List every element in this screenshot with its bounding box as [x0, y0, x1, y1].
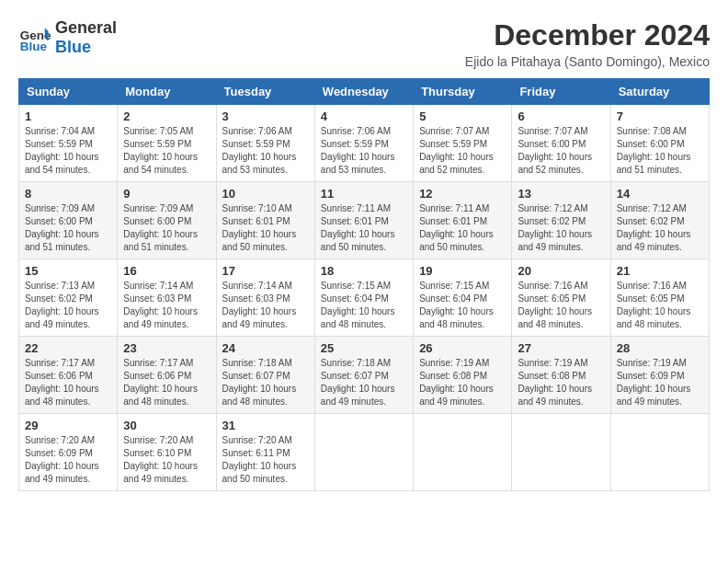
day-info: Sunrise: 7:17 AM Sunset: 6:06 PM Dayligh…	[25, 357, 111, 408]
day-info: Sunrise: 7:16 AM Sunset: 6:05 PM Dayligh…	[518, 280, 604, 331]
month-title: December 2024	[465, 18, 710, 52]
logo-icon: General Blue	[18, 21, 51, 54]
day-number: 7	[617, 109, 703, 123]
calendar-cell: 6Sunrise: 7:07 AM Sunset: 6:00 PM Daylig…	[512, 105, 610, 182]
calendar-cell: 5Sunrise: 7:07 AM Sunset: 5:59 PM Daylig…	[414, 105, 512, 182]
day-number: 28	[617, 341, 703, 355]
day-number: 15	[25, 264, 111, 278]
calendar-cell: 30Sunrise: 7:20 AM Sunset: 6:10 PM Dayli…	[118, 414, 216, 491]
day-number: 19	[419, 264, 506, 278]
calendar-cell: 2Sunrise: 7:05 AM Sunset: 5:59 PM Daylig…	[118, 105, 216, 182]
day-header-tuesday: Tuesday	[216, 79, 314, 105]
calendar-cell: 29Sunrise: 7:20 AM Sunset: 6:09 PM Dayli…	[19, 414, 118, 491]
day-number: 2	[123, 109, 210, 123]
page-header: General Blue General Blue December 2024 …	[18, 18, 710, 69]
calendar-cell: 31Sunrise: 7:20 AM Sunset: 6:11 PM Dayli…	[216, 414, 314, 491]
day-number: 6	[518, 109, 604, 123]
day-number: 4	[321, 109, 407, 123]
day-info: Sunrise: 7:15 AM Sunset: 6:04 PM Dayligh…	[321, 280, 407, 331]
logo-line1: General	[55, 18, 117, 38]
day-info: Sunrise: 7:18 AM Sunset: 6:07 PM Dayligh…	[222, 357, 309, 408]
day-header-sunday: Sunday	[19, 79, 118, 105]
day-number: 12	[419, 187, 506, 201]
calendar-cell: 8Sunrise: 7:09 AM Sunset: 6:00 PM Daylig…	[19, 182, 118, 259]
day-info: Sunrise: 7:07 AM Sunset: 5:59 PM Dayligh…	[419, 125, 506, 177]
day-number: 20	[518, 264, 604, 278]
day-number: 10	[222, 187, 309, 201]
day-info: Sunrise: 7:19 AM Sunset: 6:08 PM Dayligh…	[518, 357, 604, 408]
calendar-cell: 7Sunrise: 7:08 AM Sunset: 6:00 PM Daylig…	[610, 105, 709, 182]
day-info: Sunrise: 7:11 AM Sunset: 6:01 PM Dayligh…	[321, 202, 407, 254]
day-number: 27	[518, 341, 604, 355]
logo-line2: Blue	[55, 38, 117, 57]
day-number: 25	[321, 341, 407, 355]
calendar-cell	[314, 414, 413, 491]
day-header-saturday: Saturday	[610, 79, 709, 105]
calendar-cell: 9Sunrise: 7:09 AM Sunset: 6:00 PM Daylig…	[118, 182, 216, 259]
calendar-cell: 4Sunrise: 7:06 AM Sunset: 5:59 PM Daylig…	[314, 105, 413, 182]
calendar-cell: 17Sunrise: 7:14 AM Sunset: 6:03 PM Dayli…	[216, 259, 314, 337]
day-info: Sunrise: 7:04 AM Sunset: 5:59 PM Dayligh…	[25, 125, 111, 177]
calendar-cell: 14Sunrise: 7:12 AM Sunset: 6:02 PM Dayli…	[610, 182, 709, 259]
day-number: 21	[617, 264, 703, 278]
day-number: 13	[518, 187, 604, 201]
day-number: 8	[25, 187, 111, 201]
calendar-cell: 16Sunrise: 7:14 AM Sunset: 6:03 PM Dayli…	[118, 259, 216, 337]
day-info: Sunrise: 7:06 AM Sunset: 5:59 PM Dayligh…	[321, 125, 407, 177]
calendar-cell: 28Sunrise: 7:19 AM Sunset: 6:09 PM Dayli…	[610, 337, 709, 414]
calendar-cell: 22Sunrise: 7:17 AM Sunset: 6:06 PM Dayli…	[19, 337, 118, 414]
day-info: Sunrise: 7:14 AM Sunset: 6:03 PM Dayligh…	[222, 280, 309, 331]
calendar-cell: 25Sunrise: 7:18 AM Sunset: 6:07 PM Dayli…	[314, 337, 413, 414]
calendar-cell: 18Sunrise: 7:15 AM Sunset: 6:04 PM Dayli…	[314, 259, 413, 337]
day-info: Sunrise: 7:13 AM Sunset: 6:02 PM Dayligh…	[25, 280, 111, 331]
day-number: 17	[222, 264, 309, 278]
title-block: December 2024 Ejido la Pitahaya (Santo D…	[465, 18, 710, 69]
day-info: Sunrise: 7:09 AM Sunset: 6:00 PM Dayligh…	[25, 202, 111, 254]
calendar-cell: 26Sunrise: 7:19 AM Sunset: 6:08 PM Dayli…	[414, 337, 512, 414]
calendar-cell: 1Sunrise: 7:04 AM Sunset: 5:59 PM Daylig…	[19, 105, 118, 182]
svg-text:Blue: Blue	[20, 40, 48, 53]
location: Ejido la Pitahaya (Santo Domingo), Mexic…	[465, 54, 710, 69]
day-number: 5	[419, 109, 506, 123]
day-info: Sunrise: 7:11 AM Sunset: 6:01 PM Dayligh…	[419, 202, 506, 254]
day-info: Sunrise: 7:20 AM Sunset: 6:11 PM Dayligh…	[222, 434, 309, 486]
calendar-cell: 11Sunrise: 7:11 AM Sunset: 6:01 PM Dayli…	[314, 182, 413, 259]
day-number: 29	[25, 419, 111, 432]
day-info: Sunrise: 7:08 AM Sunset: 6:00 PM Dayligh…	[617, 125, 703, 177]
day-number: 16	[123, 264, 210, 278]
calendar-cell: 15Sunrise: 7:13 AM Sunset: 6:02 PM Dayli…	[19, 259, 118, 337]
calendar-cell: 3Sunrise: 7:06 AM Sunset: 5:59 PM Daylig…	[216, 105, 314, 182]
calendar-cell	[512, 414, 610, 491]
calendar-cell: 21Sunrise: 7:16 AM Sunset: 6:05 PM Dayli…	[610, 259, 709, 337]
day-number: 9	[123, 187, 210, 201]
day-info: Sunrise: 7:07 AM Sunset: 6:00 PM Dayligh…	[518, 125, 604, 177]
calendar-table: SundayMondayTuesdayWednesdayThursdayFrid…	[18, 78, 710, 491]
day-info: Sunrise: 7:15 AM Sunset: 6:04 PM Dayligh…	[419, 280, 506, 331]
day-number: 24	[222, 341, 309, 355]
day-number: 3	[222, 109, 309, 123]
day-number: 23	[123, 341, 210, 355]
day-info: Sunrise: 7:12 AM Sunset: 6:02 PM Dayligh…	[617, 202, 703, 254]
day-info: Sunrise: 7:17 AM Sunset: 6:06 PM Dayligh…	[123, 357, 210, 408]
day-info: Sunrise: 7:14 AM Sunset: 6:03 PM Dayligh…	[123, 280, 210, 331]
day-header-thursday: Thursday	[414, 79, 512, 105]
day-number: 11	[321, 187, 407, 201]
day-info: Sunrise: 7:20 AM Sunset: 6:10 PM Dayligh…	[123, 434, 210, 486]
day-header-friday: Friday	[512, 79, 610, 105]
day-info: Sunrise: 7:18 AM Sunset: 6:07 PM Dayligh…	[321, 357, 407, 408]
day-number: 31	[222, 419, 309, 432]
calendar-cell	[610, 414, 709, 491]
day-info: Sunrise: 7:09 AM Sunset: 6:00 PM Dayligh…	[123, 202, 210, 254]
day-number: 22	[25, 341, 111, 355]
calendar-cell: 19Sunrise: 7:15 AM Sunset: 6:04 PM Dayli…	[414, 259, 512, 337]
day-info: Sunrise: 7:19 AM Sunset: 6:08 PM Dayligh…	[419, 357, 506, 408]
calendar-cell	[414, 414, 512, 491]
logo: General Blue General Blue	[18, 18, 117, 57]
calendar-cell: 24Sunrise: 7:18 AM Sunset: 6:07 PM Dayli…	[216, 337, 314, 414]
calendar-cell: 20Sunrise: 7:16 AM Sunset: 6:05 PM Dayli…	[512, 259, 610, 337]
day-info: Sunrise: 7:06 AM Sunset: 5:59 PM Dayligh…	[222, 125, 309, 177]
day-info: Sunrise: 7:19 AM Sunset: 6:09 PM Dayligh…	[617, 357, 703, 408]
day-info: Sunrise: 7:05 AM Sunset: 5:59 PM Dayligh…	[123, 125, 210, 177]
day-header-monday: Monday	[118, 79, 216, 105]
day-info: Sunrise: 7:16 AM Sunset: 6:05 PM Dayligh…	[617, 280, 703, 331]
